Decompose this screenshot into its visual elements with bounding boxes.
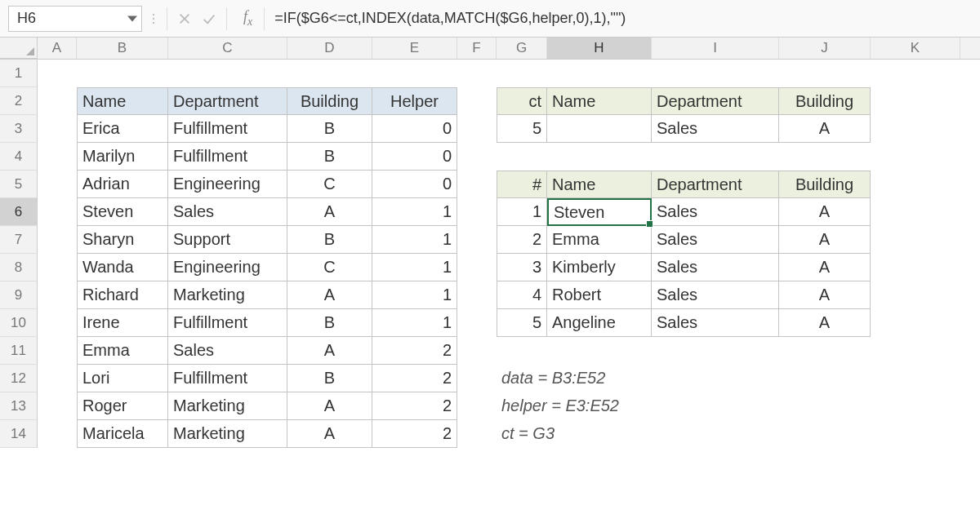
note-text[interactable]: data = B3:E52	[497, 365, 547, 392]
cell[interactable]: 2	[372, 337, 457, 365]
fx-icon[interactable]: fx	[243, 8, 252, 29]
cell[interactable]: 1	[372, 254, 457, 281]
row-header[interactable]: 14	[0, 420, 38, 448]
table-header[interactable]: Building	[287, 87, 372, 115]
cell[interactable]: 1	[372, 281, 457, 309]
cell[interactable]: Irene	[77, 309, 168, 337]
col-header[interactable]: K	[871, 38, 960, 59]
cell[interactable]: A	[779, 281, 871, 309]
row-header[interactable]: 5	[0, 171, 38, 198]
cell[interactable]: A	[779, 309, 871, 337]
cell[interactable]: A	[779, 226, 871, 254]
table-header[interactable]: Department	[168, 87, 287, 115]
cell[interactable]: 5	[497, 309, 547, 337]
cell[interactable]: Marketing	[168, 420, 287, 448]
cell[interactable]: B	[287, 226, 372, 254]
table-header[interactable]: Helper	[372, 87, 457, 115]
cell[interactable]: 2	[372, 392, 457, 420]
cell[interactable]: 4	[497, 281, 547, 309]
cell[interactable]: Sales	[652, 198, 779, 226]
cell[interactable]: Fulfillment	[168, 309, 287, 337]
cell[interactable]: Sales	[652, 226, 779, 254]
active-cell[interactable]: Steven	[547, 198, 652, 226]
cell[interactable]: Sharyn	[77, 226, 168, 254]
dropdown-icon[interactable]	[123, 7, 141, 31]
row-header[interactable]: 3	[0, 115, 38, 143]
enter-button[interactable]	[197, 7, 221, 31]
cell[interactable]: 2	[372, 420, 457, 448]
cell[interactable]: Marilyn	[77, 143, 168, 171]
cell[interactable]: Kimberly	[547, 254, 652, 281]
cell[interactable]: 2	[372, 365, 457, 392]
cell[interactable]: B	[287, 143, 372, 171]
row-header[interactable]: 1	[0, 60, 38, 87]
row-header[interactable]: 10	[0, 309, 38, 337]
cancel-button[interactable]	[172, 7, 197, 31]
cell[interactable]: 1	[372, 309, 457, 337]
cell[interactable]	[547, 115, 652, 143]
col-header[interactable]: E	[372, 38, 457, 59]
cell[interactable]: B	[287, 115, 372, 143]
formula-input[interactable]: =IF($G6<=ct,INDEX(data,MATCH($G6,helper,…	[270, 10, 980, 27]
cell[interactable]: Sales	[652, 309, 779, 337]
cell[interactable]: Marketing	[168, 281, 287, 309]
cell[interactable]: Sales	[168, 337, 287, 365]
spreadsheet-grid[interactable]: A B C D E F G H I J K 1 2 Name Departmen…	[0, 38, 980, 448]
note-text[interactable]: ct = G3	[497, 420, 547, 448]
cell[interactable]: Lori	[77, 365, 168, 392]
cell[interactable]: Sales	[652, 254, 779, 281]
cell[interactable]: C	[287, 171, 372, 198]
col-header[interactable]: G	[497, 38, 547, 59]
table-header[interactable]: Name	[547, 87, 652, 115]
cell[interactable]: Sales	[652, 115, 779, 143]
cell[interactable]: Engineering	[168, 171, 287, 198]
name-box[interactable]: H6	[8, 6, 142, 32]
table-header[interactable]: Department	[652, 171, 779, 198]
cell[interactable]: A	[287, 198, 372, 226]
cell[interactable]: 5	[497, 115, 547, 143]
cell[interactable]: Fulfillment	[168, 115, 287, 143]
cell[interactable]: A	[287, 392, 372, 420]
col-header[interactable]: I	[652, 38, 779, 59]
col-header[interactable]: C	[168, 38, 287, 59]
cell[interactable]: Steven	[77, 198, 168, 226]
cell[interactable]: Fulfillment	[168, 365, 287, 392]
cell[interactable]: A	[287, 281, 372, 309]
cell[interactable]: 2	[497, 226, 547, 254]
cell[interactable]: Maricela	[77, 420, 168, 448]
row-header[interactable]: 2	[0, 87, 38, 115]
row-header[interactable]: 9	[0, 281, 38, 309]
col-header[interactable]: F	[457, 38, 497, 59]
cell[interactable]: Wanda	[77, 254, 168, 281]
col-header[interactable]: J	[779, 38, 871, 59]
cell[interactable]: Richard	[77, 281, 168, 309]
cell[interactable]: C	[287, 254, 372, 281]
cell[interactable]: 0	[372, 171, 457, 198]
table-header[interactable]: ct	[497, 87, 547, 115]
cell[interactable]: Emma	[77, 337, 168, 365]
cell[interactable]: Sales	[168, 198, 287, 226]
cell[interactable]: A	[779, 198, 871, 226]
cell[interactable]: Fulfillment	[168, 143, 287, 171]
col-header-selected[interactable]: H	[547, 38, 652, 59]
table-header[interactable]: #	[497, 171, 547, 198]
note-text[interactable]: helper = E3:E52	[497, 392, 547, 420]
table-header[interactable]: Name	[77, 87, 168, 115]
col-header[interactable]: A	[38, 38, 77, 59]
row-header-selected[interactable]: 6	[0, 198, 38, 226]
row-header[interactable]: 7	[0, 226, 38, 254]
cell[interactable]: 0	[372, 143, 457, 171]
cell[interactable]: A	[287, 337, 372, 365]
table-header[interactable]: Department	[652, 87, 779, 115]
cell[interactable]: Engineering	[168, 254, 287, 281]
cell[interactable]: A	[779, 254, 871, 281]
table-header[interactable]: Building	[779, 87, 871, 115]
cell[interactable]: Angeline	[547, 309, 652, 337]
cell[interactable]: 0	[372, 115, 457, 143]
cell[interactable]: B	[287, 309, 372, 337]
cell[interactable]: 1	[497, 198, 547, 226]
cell[interactable]: B	[287, 365, 372, 392]
row-header[interactable]: 13	[0, 392, 38, 420]
row-header[interactable]: 12	[0, 365, 38, 392]
cell[interactable]: 1	[372, 226, 457, 254]
